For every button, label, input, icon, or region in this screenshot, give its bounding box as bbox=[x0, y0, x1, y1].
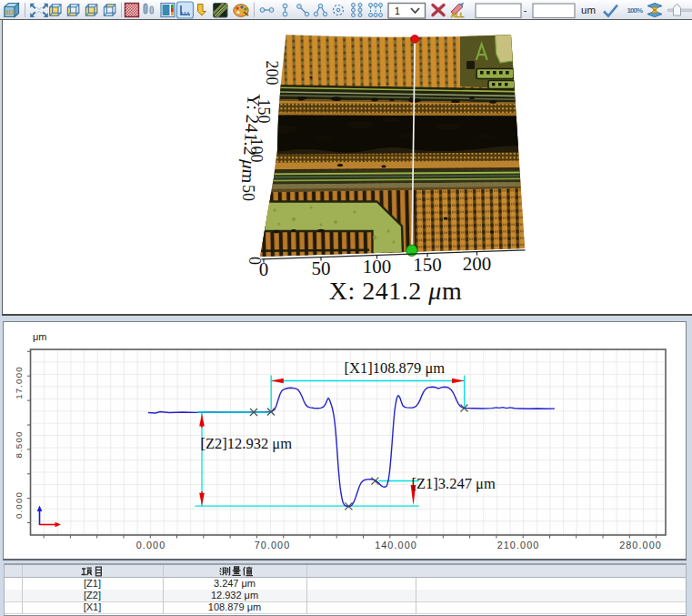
svg-text:8.500: 8.500 bbox=[14, 430, 24, 458]
svg-text:0.000: 0.000 bbox=[14, 491, 24, 519]
svg-text:0.000: 0.000 bbox=[136, 540, 166, 550]
svg-text:0: 0 bbox=[246, 257, 264, 265]
svg-text:-: - bbox=[524, 5, 527, 15]
svg-text:1: 1 bbox=[395, 5, 400, 16]
svg-text:3D: 3D bbox=[5, 8, 14, 16]
svg-text:um: um bbox=[581, 5, 596, 15]
svg-text:50: 50 bbox=[239, 185, 257, 201]
svg-text:μm: μm bbox=[33, 331, 47, 342]
svg-text:[X1]108.879 μm: [X1]108.879 μm bbox=[345, 359, 446, 377]
svg-text:150: 150 bbox=[413, 254, 442, 276]
svg-text:[Z2]12.932 μm: [Z2]12.932 μm bbox=[201, 435, 293, 452]
svg-text:200: 200 bbox=[263, 61, 281, 86]
svg-text:50: 50 bbox=[312, 258, 331, 279]
svg-text:17.000: 17.000 bbox=[14, 366, 24, 399]
svg-text:280.000: 280.000 bbox=[619, 540, 662, 550]
svg-text:210.000: 210.000 bbox=[497, 540, 540, 550]
svg-text:100%: 100% bbox=[627, 6, 643, 15]
svg-text:70.000: 70.000 bbox=[255, 540, 291, 550]
svg-text:140.000: 140.000 bbox=[375, 540, 417, 550]
svg-text:Y: 241.2 μm: Y: 241.2 μm bbox=[237, 93, 265, 185]
svg-text:[Z1]3.247 μm: [Z1]3.247 μm bbox=[412, 475, 496, 492]
svg-text:ALL: ALL bbox=[451, 11, 465, 19]
svg-text:200: 200 bbox=[463, 253, 492, 275]
svg-text:X: 241.2 μm: X: 241.2 μm bbox=[329, 277, 462, 305]
svg-text:100: 100 bbox=[363, 256, 392, 278]
